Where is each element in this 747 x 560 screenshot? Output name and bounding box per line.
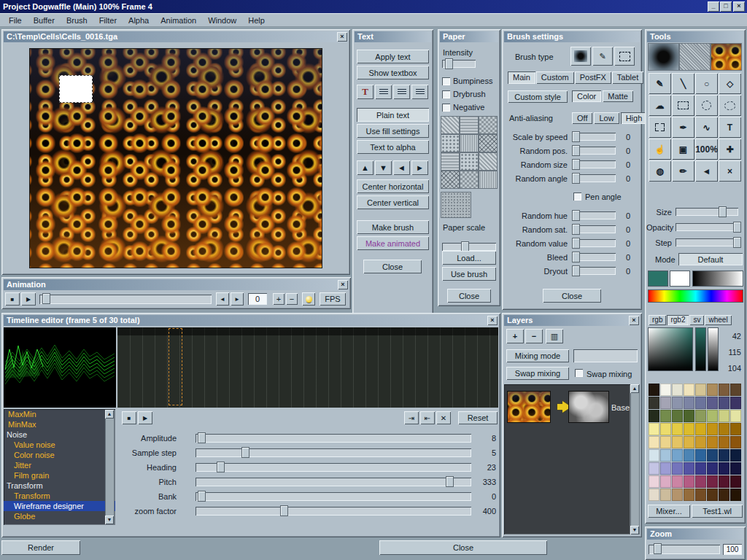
text-close-button[interactable]: Close	[363, 260, 422, 273]
brush-preview-soft[interactable]	[649, 44, 678, 70]
remove-layer-button[interactable]: −	[525, 329, 543, 343]
aa-option[interactable]: Off	[572, 112, 592, 124]
palette-swatch[interactable]	[730, 423, 741, 435]
palette-swatch[interactable]	[660, 384, 671, 396]
color-bar-1[interactable]	[696, 328, 705, 370]
palette-swatch[interactable]	[672, 462, 683, 475]
custom-style-button[interactable]: Custom style	[508, 90, 568, 103]
palette-swatch[interactable]	[707, 397, 718, 409]
palette-swatch[interactable]	[695, 384, 706, 396]
secondary-color-swatch[interactable]	[670, 271, 689, 286]
align-right-button[interactable]	[411, 85, 428, 99]
palette-swatch[interactable]	[660, 462, 671, 475]
paper-texture-swatch[interactable]	[460, 117, 478, 133]
paper-texture-swatch[interactable]	[460, 171, 478, 188]
filter-item[interactable]: Globe	[4, 511, 115, 521]
animation-close-icon[interactable]: ×	[338, 280, 348, 289]
palette-swatch[interactable]	[707, 449, 718, 462]
palette-swatch[interactable]	[719, 475, 729, 488]
palette-swatch[interactable]	[695, 397, 706, 409]
palette-swatch[interactable]	[684, 475, 694, 488]
slider-track[interactable]	[196, 492, 471, 501]
menu-item[interactable]: Window	[202, 16, 242, 25]
timeline-stop-button[interactable]: ■	[122, 411, 136, 424]
animation-titlebar[interactable]: Animation ×	[4, 279, 349, 290]
palette-swatch[interactable]	[649, 397, 659, 409]
color-bar-2[interactable]	[708, 328, 718, 370]
ellipse-select-tool[interactable]	[695, 95, 718, 116]
menu-item[interactable]: Buffer	[28, 16, 61, 25]
scroll-up-icon[interactable]: ▲	[105, 410, 114, 419]
slider-handle[interactable]	[654, 544, 661, 553]
slider-handle[interactable]	[43, 294, 50, 303]
palette-swatch[interactable]	[649, 423, 659, 435]
slider-handle[interactable]	[573, 174, 579, 183]
brush-settings-tab[interactable]: Tablet	[612, 71, 643, 84]
palette-swatch[interactable]	[684, 410, 694, 422]
paper-texture-swatch[interactable]	[441, 153, 459, 170]
remove-frame-button[interactable]: −	[286, 293, 298, 305]
menu-item[interactable]: Brush	[61, 16, 93, 25]
apply-text-button[interactable]: Apply text	[357, 50, 429, 63]
filter-item[interactable]: Transform	[4, 481, 115, 491]
anim-stop-button[interactable]: ■	[5, 292, 20, 306]
menu-item[interactable]: Alpha	[123, 16, 155, 25]
ball-tool[interactable]: ◍	[649, 160, 671, 182]
slider-handle[interactable]	[573, 132, 579, 141]
slider-track[interactable]	[572, 225, 616, 233]
filter-item[interactable]: Jitter	[4, 460, 115, 470]
scroll-down-icon[interactable]: ▼	[630, 526, 639, 534]
swap-mixing-checkbox[interactable]	[575, 369, 583, 377]
palette-swatch[interactable]	[707, 410, 718, 422]
palette-swatch[interactable]	[672, 384, 683, 396]
add-key-button[interactable]: ⇥	[404, 411, 419, 424]
current-frame-marker[interactable]	[169, 328, 182, 405]
frame-number-field[interactable]: 0	[248, 293, 267, 305]
palette-swatch[interactable]	[695, 462, 706, 475]
palette-swatch[interactable]	[672, 410, 683, 422]
slider-track[interactable]	[572, 211, 616, 219]
menu-item[interactable]: Animation	[155, 16, 202, 25]
palette-swatch[interactable]	[719, 489, 729, 501]
canvas-titlebar[interactable]: C:\Temp\Cells\Cells_0016.tga ×	[4, 31, 348, 42]
palette-swatch[interactable]	[684, 436, 694, 448]
anim-frame-slider[interactable]	[39, 295, 212, 304]
slider-track[interactable]	[572, 239, 616, 247]
slider-track[interactable]	[676, 208, 738, 216]
palette-swatch[interactable]	[695, 410, 706, 422]
palette-swatch[interactable]	[707, 423, 718, 435]
palette-swatch[interactable]	[719, 410, 729, 422]
paper-scale-slider[interactable]	[442, 243, 496, 251]
paper-use-brush-button[interactable]: Use brush	[442, 267, 496, 281]
palette-swatch[interactable]	[672, 489, 683, 501]
make-animated-button[interactable]: Make animated	[357, 236, 429, 250]
paper-close-button[interactable]: Close	[447, 289, 491, 303]
layer-thumbnail-base[interactable]	[569, 392, 608, 422]
scroll-up-icon[interactable]: ▲	[630, 384, 639, 393]
timeline-play-button[interactable]: ▶	[138, 411, 152, 424]
slider-handle[interactable]	[573, 211, 579, 220]
zoom-slider[interactable]	[649, 545, 720, 554]
palette-swatch[interactable]	[649, 410, 659, 422]
palette-swatch[interactable]	[649, 475, 659, 488]
next-frame-button[interactable]: ►	[231, 292, 244, 306]
brush-settings-tab[interactable]: PostFX	[575, 71, 611, 84]
pencil-tool[interactable]: ✏	[672, 160, 694, 182]
palette-swatch[interactable]	[695, 436, 706, 448]
slider-handle[interactable]	[198, 433, 205, 443]
align-left-button[interactable]	[375, 85, 392, 99]
align-center-button[interactable]	[393, 85, 410, 99]
filter-item[interactable]: Noise	[4, 429, 115, 440]
slider-track[interactable]	[196, 463, 471, 472]
line-tool[interactable]: ╲	[672, 73, 694, 94]
palette-swatch[interactable]	[707, 384, 718, 396]
app-titlebar[interactable]: Project Dogwaffle (Main) 100% Frame 4 _ …	[0, 0, 747, 13]
palette-swatch[interactable]	[660, 436, 671, 448]
filter-item[interactable]: Color noise	[4, 450, 115, 460]
slider-handle[interactable]	[573, 160, 579, 169]
palette-swatch[interactable]	[695, 489, 706, 501]
slider-track[interactable]	[572, 147, 616, 155]
palette-swatch[interactable]	[695, 449, 706, 462]
minimize-button[interactable]: _	[708, 1, 719, 12]
pen-tool[interactable]: ✒	[672, 117, 694, 138]
